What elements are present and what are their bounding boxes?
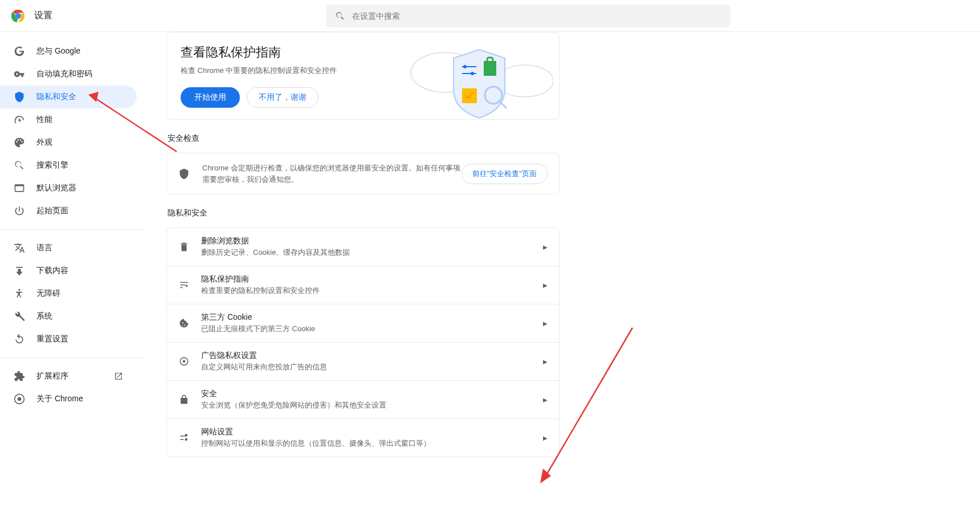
list-item-title: 隐私保护指南 <box>201 274 543 284</box>
chevron-right-icon: ▶ <box>543 244 548 250</box>
sidebar-item-privacy-security[interactable]: 隐私和安全 <box>0 85 137 108</box>
privacy-guide-card: 查看隐私保护指南 检查 Chrome 中重要的隐私控制设置和安全控件 开始使用 … <box>166 32 560 120</box>
sidebar-divider <box>0 229 146 230</box>
list-item-title: 第三方 Cookie <box>201 312 543 323</box>
list-item-desc: 安全浏览（保护您免受危险网站的侵害）和其他安全设置 <box>201 400 543 410</box>
search-icon <box>14 160 25 171</box>
safety-check-card: Chrome 会定期进行检查，以确保您的浏览器使用最安全的设置。如有任何事项需要… <box>166 153 560 194</box>
search-box[interactable] <box>326 5 730 27</box>
list-item-desc: 自定义网站可用来向您投放广告的信息 <box>201 362 543 372</box>
list-item-title: 安全 <box>201 389 543 399</box>
sidebar-item-you-and-google[interactable]: 您与 Google <box>0 40 137 63</box>
accessibility-icon <box>14 288 25 299</box>
list-item-desc: 检查重要的隐私控制设置和安全控件 <box>201 286 543 296</box>
translate-icon <box>14 242 25 254</box>
sidebar-item-label: 起始页面 <box>36 206 68 216</box>
page-title: 设置 <box>34 10 52 22</box>
chevron-right-icon: ▶ <box>543 320 548 327</box>
sidebar-item-default-browser[interactable]: 默认浏览器 <box>0 177 137 199</box>
sidebar-item-appearance[interactable]: 外观 <box>0 131 137 154</box>
start-button[interactable]: 开始使用 <box>181 87 240 108</box>
dismiss-button[interactable]: 不用了，谢谢 <box>247 87 318 108</box>
svg-point-11 <box>463 65 467 68</box>
extension-icon <box>14 370 25 382</box>
palette-icon <box>14 137 25 148</box>
list-item-desc: 删除历史记录、Cookie、缓存内容及其他数据 <box>201 247 543 258</box>
sidebar-item-label: 您与 Google <box>36 46 80 56</box>
power-icon <box>14 205 25 217</box>
download-icon <box>14 265 25 276</box>
key-icon <box>14 68 25 80</box>
svg-point-5 <box>18 397 22 401</box>
chrome-logo-icon <box>11 9 25 23</box>
search-input[interactable] <box>352 11 721 21</box>
privacy-list: 删除浏览数据 删除历史记录、Cookie、缓存内容及其他数据 ▶ 隐私保护指南 … <box>166 227 560 457</box>
list-item-title: 网站设置 <box>201 427 543 437</box>
chevron-right-icon: ▶ <box>543 282 548 288</box>
ad-icon <box>178 356 190 367</box>
sidebar-item-label: 外观 <box>36 137 52 148</box>
header: 设置 <box>0 0 980 32</box>
svg-line-16 <box>500 101 507 108</box>
sidebar-item-on-startup[interactable]: 起始页面 <box>0 199 137 222</box>
chevron-right-icon: ▶ <box>543 397 548 403</box>
list-item-ad-privacy[interactable]: 广告隐私权设置 自定义网站可用来向您投放广告的信息 ▶ <box>167 343 559 381</box>
tune-icon <box>178 280 190 290</box>
sidebar-item-reset[interactable]: 重置设置 <box>0 328 137 351</box>
list-item-clear-browsing-data[interactable]: 删除浏览数据 删除历史记录、Cookie、缓存内容及其他数据 ▶ <box>167 228 559 266</box>
tune-icon <box>178 433 190 443</box>
external-link-icon <box>114 372 123 381</box>
sidebar-item-system[interactable]: 系统 <box>0 305 137 328</box>
svg-point-2 <box>16 14 21 18</box>
safety-check-text: Chrome 会定期进行检查，以确保您的浏览器使用最安全的设置。如有任何事项需要… <box>202 162 462 185</box>
goto-safety-check-button[interactable]: 前往"安全检查"页面 <box>462 164 548 184</box>
shield-icon <box>14 91 25 103</box>
header-left: 设置 <box>11 9 52 23</box>
sidebar-divider <box>0 357 146 358</box>
sidebar-item-label: 隐私和安全 <box>36 92 76 102</box>
sidebar-item-languages[interactable]: 语言 <box>0 237 137 259</box>
privacy-illustration <box>405 38 553 124</box>
sidebar-item-label: 下载内容 <box>36 266 68 276</box>
sidebar: 您与 Google 自动填充和密码 隐私和安全 性能 外观 搜索引擎 默认浏览器 <box>0 32 146 513</box>
list-item-title: 广告隐私权设置 <box>201 351 543 361</box>
trash-icon <box>178 242 190 252</box>
list-item-title: 删除浏览数据 <box>201 236 543 246</box>
list-item-site-settings[interactable]: 网站设置 控制网站可以使用和显示的信息（位置信息、摄像头、弹出式窗口等） ▶ <box>167 419 559 457</box>
sidebar-item-autofill[interactable]: 自动填充和密码 <box>0 63 137 85</box>
sidebar-item-label: 默认浏览器 <box>36 183 76 193</box>
list-item-security[interactable]: 安全 安全浏览（保护您免受危险网站的侵害）和其他安全设置 ▶ <box>167 381 559 419</box>
sidebar-item-performance[interactable]: 性能 <box>0 108 137 131</box>
svg-point-13 <box>471 72 474 75</box>
cookie-icon <box>178 318 190 328</box>
list-item-desc: 已阻止无痕模式下的第三方 Cookie <box>201 324 543 334</box>
sidebar-item-label: 自动填充和密码 <box>36 69 92 79</box>
sidebar-item-label: 重置设置 <box>36 334 68 344</box>
svg-point-3 <box>18 289 20 291</box>
sidebar-item-label: 无障碍 <box>36 288 60 299</box>
sidebar-item-downloads[interactable]: 下载内容 <box>0 259 137 282</box>
chrome-icon <box>14 393 25 405</box>
sidebar-item-label: 语言 <box>36 243 52 253</box>
sidebar-item-extensions[interactable]: 扩展程序 <box>0 365 137 388</box>
lock-icon <box>178 394 190 405</box>
google-g-icon <box>14 46 25 57</box>
sidebar-item-label: 扩展程序 <box>36 371 68 381</box>
sidebar-item-label: 搜索引擎 <box>36 160 68 170</box>
section-title-privacy: 隐私和安全 <box>168 208 560 218</box>
sidebar-item-label: 性能 <box>36 115 52 125</box>
list-item-third-party-cookies[interactable]: 第三方 Cookie 已阻止无痕模式下的第三方 Cookie ▶ <box>167 304 559 343</box>
sidebar-item-search-engine[interactable]: 搜索引擎 <box>0 154 137 177</box>
sidebar-item-about-chrome[interactable]: 关于 Chrome <box>0 388 137 410</box>
sidebar-item-label: 关于 Chrome <box>36 394 83 404</box>
list-item-privacy-guide[interactable]: 隐私保护指南 检查重要的隐私控制设置和安全控件 ▶ <box>167 266 559 304</box>
sidebar-item-accessibility[interactable]: 无障碍 <box>0 282 137 305</box>
section-title-safety-check: 安全检查 <box>168 133 560 144</box>
chevron-right-icon: ▶ <box>543 359 548 365</box>
wrench-icon <box>14 311 25 322</box>
reset-icon <box>14 333 25 345</box>
chevron-right-icon: ▶ <box>543 435 548 441</box>
main-content: 查看隐私保护指南 检查 Chrome 中重要的隐私控制设置和安全控件 开始使用 … <box>146 32 980 513</box>
browser-icon <box>14 182 25 194</box>
search-icon <box>335 11 345 21</box>
